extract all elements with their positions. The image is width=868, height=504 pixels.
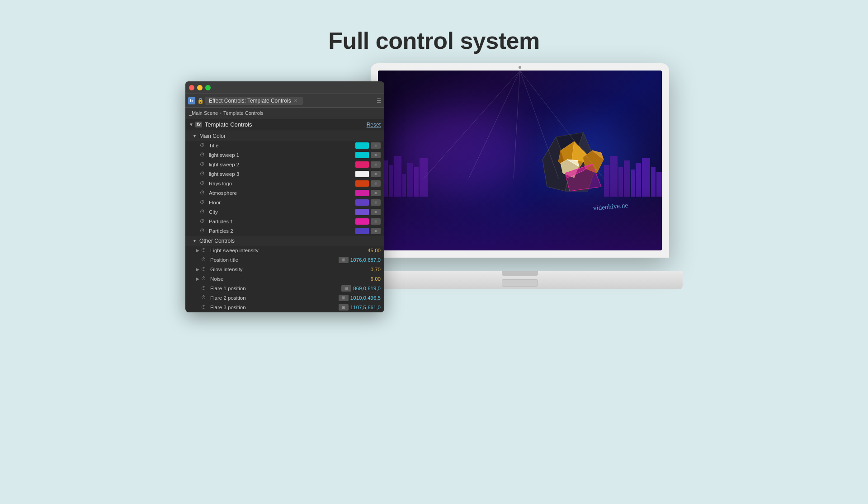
rays-logo-color-swatch[interactable] xyxy=(355,180,369,187)
close-button[interactable] xyxy=(189,85,194,90)
collapse-arrow[interactable]: ▼ xyxy=(189,122,193,127)
panel-icon: fx xyxy=(188,97,195,104)
list-item: ⏱ Atmosphere xyxy=(185,188,384,198)
row-label: Atmosphere xyxy=(209,190,355,196)
row-label: Rays logo xyxy=(209,181,355,186)
position-icon[interactable] xyxy=(341,285,351,292)
tab-title: Effect Controls: Template Controls xyxy=(209,98,291,104)
floor-color-swatch[interactable] xyxy=(355,199,369,206)
minimize-button[interactable] xyxy=(197,85,203,90)
stopwatch-icon: ⏱ xyxy=(201,247,208,254)
stopwatch-icon: ⏱ xyxy=(200,180,206,187)
lock-icon: 🔒 xyxy=(197,98,203,104)
particles2-color-swatch[interactable] xyxy=(355,228,369,234)
light-rays xyxy=(378,71,662,179)
row-label: Particles 2 xyxy=(209,228,355,234)
reset-button[interactable]: Reset xyxy=(367,122,381,128)
row-label: City xyxy=(209,209,355,215)
param-value: 869,0,619,0 xyxy=(353,286,381,291)
stopwatch-icon: ⏱ xyxy=(200,142,206,149)
tab-bar: fx 🔒 Effect Controls: Template Controls … xyxy=(185,94,384,108)
row-menu[interactable] xyxy=(371,228,381,234)
title-bar xyxy=(185,81,384,94)
expand-arrow[interactable]: ▶ xyxy=(196,248,199,253)
row-menu[interactable] xyxy=(371,142,381,149)
controls-header: ▼ fx Template Controls Reset xyxy=(185,118,384,131)
row-label: light sweep 1 xyxy=(209,152,355,158)
param-label: Flare 3 position xyxy=(210,305,339,310)
param-label: Flare 2 position xyxy=(210,295,339,301)
laptop-screen-border: videohive.ne xyxy=(371,63,669,258)
stopwatch-icon: ⏱ xyxy=(201,257,208,263)
fx-badge: fx xyxy=(195,122,202,127)
list-item: ⏱ Particles 2 xyxy=(185,226,384,236)
position-icon[interactable] xyxy=(339,304,349,311)
light-sweep1-color-swatch[interactable] xyxy=(355,152,369,158)
position-icon[interactable] xyxy=(339,295,349,301)
title-color-swatch[interactable] xyxy=(355,142,369,149)
list-item: ⏱ light sweep 3 xyxy=(185,170,384,179)
list-item: ▶ ⏱ Position title 1076,0,687,0 xyxy=(185,255,384,265)
screen-content: videohive.ne xyxy=(378,71,662,250)
param-value: 1107,5,661,0 xyxy=(350,305,381,310)
stopwatch-icon: ⏱ xyxy=(200,209,206,215)
main-color-section-header[interactable]: ▼ Main Color xyxy=(185,131,384,141)
svg-line-31 xyxy=(514,71,520,179)
list-item: ▶ ⏱ Noise 6,00 xyxy=(185,274,384,284)
stopwatch-icon: ⏱ xyxy=(200,190,206,196)
trackpad xyxy=(502,279,538,287)
stopwatch-icon: ⏱ xyxy=(201,266,208,273)
expand-arrow[interactable]: ▶ xyxy=(196,267,199,272)
row-menu[interactable] xyxy=(371,209,381,215)
svg-line-33 xyxy=(520,71,604,179)
list-item: ⏱ light sweep 1 xyxy=(185,151,384,160)
row-label: Title xyxy=(209,143,355,148)
main-color-label: Main Color xyxy=(199,133,226,139)
tab-menu-icon[interactable]: ☰ xyxy=(377,98,382,104)
list-item: ⏱ light sweep 2 xyxy=(185,160,384,170)
list-item: ▶ ⏱ Light sweep intensity 45,00 xyxy=(185,246,384,255)
row-label: Floor xyxy=(209,200,355,205)
row-menu[interactable] xyxy=(371,161,381,168)
maximize-button[interactable] xyxy=(205,85,211,90)
atmosphere-color-swatch[interactable] xyxy=(355,190,369,196)
particles1-color-swatch[interactable] xyxy=(355,218,369,225)
row-label: light sweep 2 xyxy=(209,162,355,167)
breadcrumb-controls: Template Controls xyxy=(223,110,264,116)
param-label: Flare 1 position xyxy=(210,286,341,291)
panel-tab[interactable]: Effect Controls: Template Controls ✕ xyxy=(205,97,303,105)
laptop-base xyxy=(357,271,683,289)
city-color-swatch[interactable] xyxy=(355,209,369,215)
list-item: ▶ ⏱ Flare 1 position 869,0,619,0 xyxy=(185,284,384,293)
stopwatch-icon: ⏱ xyxy=(200,218,206,225)
row-menu[interactable] xyxy=(371,190,381,196)
stopwatch-icon: ⏱ xyxy=(200,171,206,177)
controls-title: Template Controls xyxy=(205,121,252,128)
other-controls-section-header[interactable]: ▼ Other Controls xyxy=(185,236,384,246)
traffic-lights xyxy=(189,85,211,90)
row-menu[interactable] xyxy=(371,218,381,225)
content-area: fx 🔒 Effect Controls: Template Controls … xyxy=(0,77,868,312)
row-menu[interactable] xyxy=(371,199,381,206)
row-menu[interactable] xyxy=(371,180,381,187)
svg-line-29 xyxy=(424,71,520,179)
list-item: ▶ ⏱ Flare 3 position 1107,5,661,0 xyxy=(185,303,384,312)
list-item: ⏱ Particles 1 xyxy=(185,217,384,226)
param-label: Noise xyxy=(210,276,371,282)
preview-area: videohive.ne xyxy=(357,63,683,298)
tab-close-button[interactable]: ✕ xyxy=(294,98,299,104)
light-sweep3-color-swatch[interactable] xyxy=(355,171,369,177)
param-value: 1010,0,496,5 xyxy=(350,295,381,301)
light-sweep2-color-swatch[interactable] xyxy=(355,161,369,168)
row-menu[interactable] xyxy=(371,152,381,158)
list-item: ▶ ⏱ Glow intensity 0,70 xyxy=(185,265,384,274)
stopwatch-icon: ⏱ xyxy=(200,152,206,158)
position-icon[interactable] xyxy=(339,257,349,263)
param-label: Glow intensity xyxy=(210,267,371,272)
page-title: Full control system xyxy=(0,0,868,54)
expand-arrow[interactable]: ▶ xyxy=(196,277,199,281)
row-menu[interactable] xyxy=(371,171,381,177)
stopwatch-icon: ⏱ xyxy=(201,285,208,292)
row-label: Particles 1 xyxy=(209,219,355,224)
stopwatch-icon: ⏱ xyxy=(200,161,206,168)
